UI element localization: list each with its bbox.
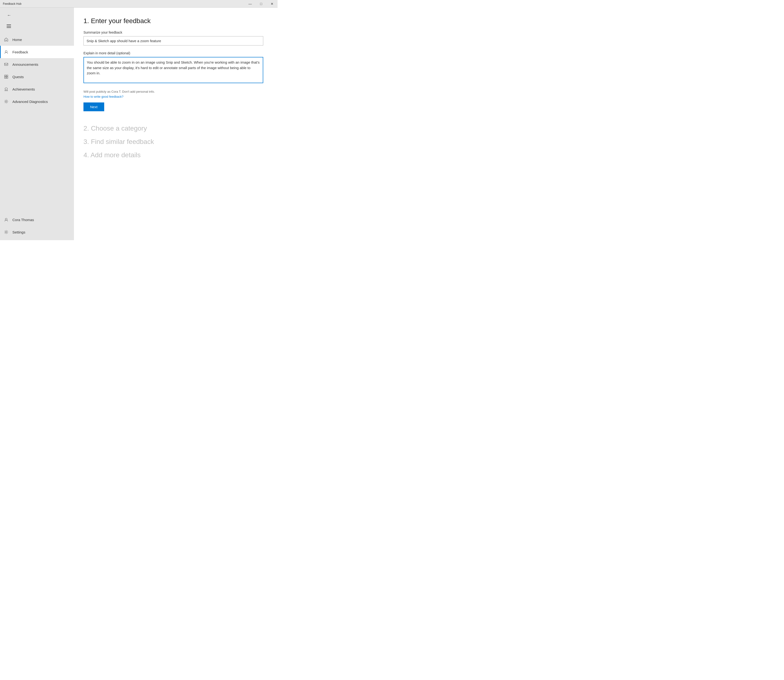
minimize-button[interactable]: — [245, 0, 256, 8]
svg-point-0 [5, 50, 7, 52]
svg-point-8 [5, 218, 7, 220]
svg-point-9 [5, 231, 7, 233]
summarize-group: Summarize your feedback [84, 30, 263, 46]
close-button[interactable]: ✕ [267, 0, 278, 8]
svg-rect-5 [6, 77, 8, 79]
home-icon [4, 37, 9, 42]
hamburger-line3 [7, 27, 11, 28]
inactive-steps: 2. Choose a category 3. Find similar fee… [84, 119, 263, 159]
back-button[interactable]: ← [4, 10, 14, 20]
hamburger-line1 [7, 25, 11, 25]
sidebar-item-settings[interactable]: Settings [0, 226, 74, 238]
svg-point-6 [5, 88, 7, 90]
sidebar: ← Home [0, 8, 74, 240]
sidebar-item-quests[interactable]: Quests [0, 71, 74, 83]
sidebar-item-announcements[interactable]: Announcements [0, 58, 74, 71]
app-body: ← Home [0, 8, 278, 240]
sidebar-item-advanced-diagnostics[interactable]: Advanced Diagnostics [0, 95, 74, 108]
sidebar-item-feedback-label: Feedback [13, 50, 28, 54]
maximize-button[interactable]: □ [256, 0, 267, 8]
window-controls: — □ ✕ [245, 0, 278, 7]
sidebar-item-feedback[interactable]: Feedback [0, 46, 74, 58]
detail-textarea[interactable]: You should be able to zoom in on an imag… [84, 57, 263, 83]
quests-icon [4, 74, 9, 79]
app-title: Feedback Hub [3, 2, 22, 5]
feedback-icon [4, 50, 9, 54]
sidebar-settings-label: Settings [13, 230, 25, 234]
sidebar-item-quests-label: Quests [13, 75, 24, 79]
svg-rect-3 [6, 75, 8, 77]
step1-title: 1. Enter your feedback [84, 17, 263, 25]
sidebar-bottom: Cora Thomas Settings [0, 214, 74, 240]
detail-label: Explain in more detail (optional) [84, 51, 263, 55]
sidebar-item-achievements[interactable]: Achievements [0, 83, 74, 95]
announcements-icon [4, 62, 9, 67]
svg-point-7 [5, 101, 7, 102]
privacy-text: Will post publicly as Cora T. Don't add … [84, 90, 263, 93]
sidebar-item-home[interactable]: Home [0, 33, 74, 46]
feedback-link[interactable]: How to write good feedback? [84, 95, 123, 98]
summarize-input[interactable] [84, 36, 263, 46]
step4-title: 4. Add more details [84, 151, 263, 159]
svg-rect-4 [5, 77, 6, 79]
sidebar-top: ← [0, 8, 74, 32]
sidebar-item-user[interactable]: Cora Thomas [0, 214, 74, 226]
sidebar-nav: Home Feedback Announce [0, 32, 74, 214]
user-icon [4, 217, 9, 222]
achievements-icon [4, 87, 9, 91]
sidebar-item-achievements-label: Achievements [13, 87, 35, 91]
sidebar-item-announcements-label: Announcements [13, 63, 38, 66]
sidebar-item-advanced-diagnostics-label: Advanced Diagnostics [13, 99, 48, 104]
step3-title: 3. Find similar feedback [84, 138, 263, 146]
titlebar: Feedback Hub — □ ✕ [0, 0, 278, 8]
svg-rect-2 [5, 75, 6, 77]
hamburger-button[interactable] [4, 22, 14, 31]
detail-group: Explain in more detail (optional) You sh… [84, 51, 263, 84]
step2-title: 2. Choose a category [84, 124, 263, 132]
main-content: 1. Enter your feedback Summarize your fe… [74, 8, 278, 240]
advanced-diagnostics-icon [4, 99, 9, 104]
sidebar-user-name: Cora Thomas [13, 218, 34, 222]
svg-rect-1 [5, 63, 8, 66]
sidebar-item-home-label: Home [13, 38, 22, 42]
summarize-label: Summarize your feedback [84, 30, 263, 34]
next-button[interactable]: Next [84, 102, 104, 111]
settings-icon [4, 230, 9, 235]
hamburger-line2 [7, 26, 11, 27]
